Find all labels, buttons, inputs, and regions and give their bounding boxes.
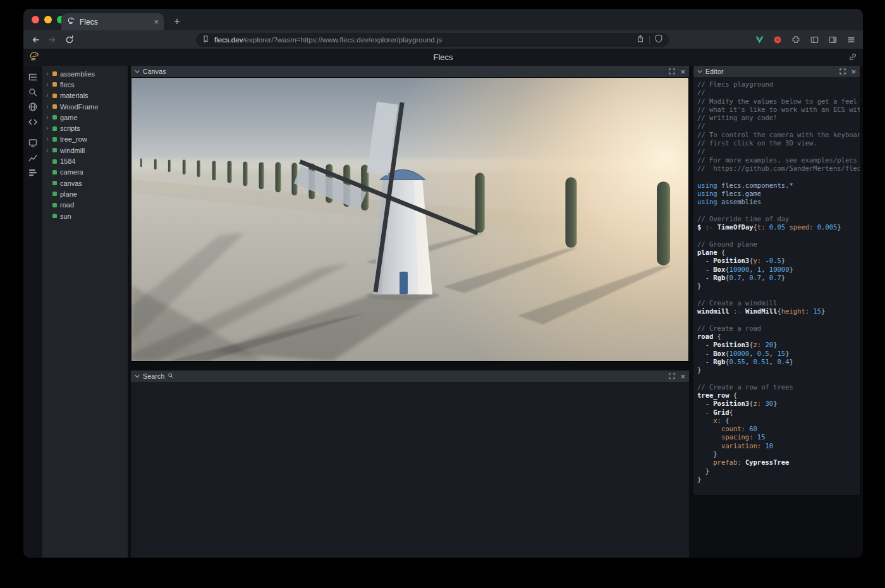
code-line: // Create a road bbox=[697, 324, 858, 333]
search-magnifier-icon bbox=[168, 372, 174, 380]
tree-item-label: tree_row bbox=[60, 135, 87, 143]
entity-square-icon bbox=[52, 181, 57, 185]
entity-square-icon bbox=[52, 126, 57, 131]
code-line: } bbox=[697, 366, 858, 374]
search-icon[interactable] bbox=[26, 85, 40, 99]
menu-icon[interactable] bbox=[846, 35, 856, 45]
code-line: // Create a windmill bbox=[697, 299, 858, 307]
tree-item-road[interactable]: road bbox=[42, 200, 128, 211]
tree-item-plane[interactable]: plane bbox=[42, 188, 128, 199]
tree-item-windmill[interactable]: ›windmill bbox=[42, 145, 128, 156]
icon-rail bbox=[23, 66, 42, 558]
fullscreen-icon[interactable] bbox=[669, 373, 675, 379]
sidebar-toggle-icon[interactable] bbox=[809, 35, 819, 45]
entity-square-icon bbox=[52, 192, 57, 196]
tree-item-sun[interactable]: sun bbox=[42, 211, 128, 221]
tree-item-materials[interactable]: ›materials bbox=[42, 90, 128, 101]
minimize-window-button[interactable] bbox=[44, 16, 52, 23]
extension-vue-icon[interactable] bbox=[754, 35, 764, 45]
code-line: // Override time of day bbox=[697, 215, 858, 223]
tree-item-canvas[interactable]: canvas bbox=[42, 178, 128, 188]
close-icon[interactable]: × bbox=[680, 68, 685, 76]
url-divider bbox=[649, 36, 650, 44]
code-line: // writing any code! bbox=[697, 114, 858, 122]
close-icon[interactable]: × bbox=[851, 68, 856, 76]
tree-item-scripts[interactable]: ›scripts bbox=[42, 123, 128, 133]
tab-strip: Flecs × + bbox=[23, 9, 863, 30]
outliner-icon[interactable] bbox=[26, 70, 40, 84]
tree-item-flecs[interactable]: ›flecs bbox=[42, 79, 128, 90]
code-line: - Rgb{0.7, 0.7, 0.7} bbox=[697, 274, 858, 282]
browser-window: Flecs × + flecs.dev/explorer/?wasm=https… bbox=[23, 9, 863, 558]
collapse-chevron-icon[interactable] bbox=[697, 70, 702, 73]
tree-item-assemblies[interactable]: ›assemblies bbox=[42, 68, 128, 79]
tree-item-label: sun bbox=[60, 212, 71, 220]
code-line: // Modify the values below to get a feel… bbox=[697, 97, 858, 106]
app-header: Flecs bbox=[23, 49, 863, 66]
close-window-button[interactable] bbox=[32, 16, 39, 23]
collapse-chevron-icon[interactable] bbox=[135, 70, 140, 73]
back-icon[interactable] bbox=[30, 34, 41, 46]
reload-icon[interactable] bbox=[64, 34, 75, 46]
expand-chevron-icon[interactable]: › bbox=[46, 82, 52, 88]
tree-item-label: scripts bbox=[60, 125, 80, 132]
tree-item-label: canvas bbox=[60, 180, 82, 187]
expand-chevron-icon[interactable]: › bbox=[46, 147, 52, 154]
editor-code[interactable]: // Flecs playground//// Modify the value… bbox=[693, 77, 860, 495]
code-line bbox=[697, 206, 858, 214]
code-line bbox=[697, 315, 858, 324]
expand-chevron-icon[interactable]: › bbox=[46, 136, 52, 142]
expand-chevron-icon[interactable]: › bbox=[46, 71, 52, 77]
collapse-chevron-icon[interactable] bbox=[135, 374, 140, 378]
share-icon[interactable] bbox=[636, 34, 645, 46]
tree-item-camera[interactable]: camera bbox=[42, 167, 128, 178]
code-icon[interactable] bbox=[26, 115, 40, 129]
new-tab-button[interactable]: + bbox=[170, 15, 184, 28]
module-square-icon bbox=[52, 94, 57, 98]
code-line: using flecs.components.* bbox=[697, 181, 858, 190]
fullscreen-icon[interactable] bbox=[839, 68, 846, 75]
expand-chevron-icon[interactable]: › bbox=[46, 104, 52, 110]
entity-square-icon bbox=[52, 137, 57, 142]
bookmark-icon[interactable] bbox=[202, 34, 210, 46]
expand-chevron-icon[interactable]: › bbox=[46, 125, 52, 132]
center-column: Canvas × bbox=[128, 66, 693, 558]
code-line: } bbox=[697, 450, 858, 458]
canvas-3d-view[interactable] bbox=[131, 77, 689, 362]
stats-icon[interactable] bbox=[26, 166, 40, 180]
canvas-frame-icon[interactable] bbox=[26, 136, 40, 150]
module-square-icon bbox=[52, 104, 57, 109]
browser-tab-flecs[interactable]: Flecs × bbox=[61, 13, 164, 30]
editor-below-fill bbox=[693, 495, 860, 558]
chart-icon[interactable] bbox=[26, 151, 40, 165]
code-line: // first click on the 3D view. bbox=[697, 139, 858, 147]
expand-chevron-icon[interactable]: › bbox=[46, 92, 52, 99]
code-line: // To control the camera with the keyboa… bbox=[697, 131, 858, 139]
code-line: tree_row { bbox=[697, 391, 858, 400]
tree-item-game[interactable]: ›game bbox=[42, 112, 128, 123]
tab-close-icon[interactable]: × bbox=[154, 18, 159, 26]
shield-icon[interactable] bbox=[654, 34, 663, 46]
reading-list-panel-icon[interactable] bbox=[827, 35, 838, 45]
entity-square-icon bbox=[52, 159, 57, 164]
expand-chevron-icon[interactable]: › bbox=[46, 114, 52, 121]
editor-panel-title: Editor bbox=[705, 68, 724, 75]
share-link-icon[interactable] bbox=[848, 52, 857, 64]
tree-item-WoodFrame[interactable]: ›WoodFrame bbox=[42, 101, 128, 112]
entity-square-icon bbox=[52, 170, 57, 175]
tree-item-label: 1584 bbox=[60, 157, 75, 165]
extensions-puzzle-icon[interactable] bbox=[791, 35, 801, 45]
tree-item-1584[interactable]: 1584 bbox=[42, 156, 128, 166]
extension-red-icon[interactable] bbox=[772, 35, 783, 45]
code-line: prefab: CypressTree bbox=[697, 458, 858, 467]
editor-column: Editor × // Flecs playground//// Modify … bbox=[693, 66, 860, 558]
close-icon[interactable]: × bbox=[680, 372, 685, 381]
forward-icon[interactable] bbox=[47, 34, 58, 46]
tree-item-tree_row[interactable]: ›tree_row bbox=[42, 134, 128, 145]
url-bar[interactable]: flecs.dev/explorer/?wasm=https://www.fle… bbox=[196, 33, 669, 47]
world-icon[interactable] bbox=[26, 100, 40, 114]
code-line: - Rgb{0.55, 0.51, 0.4} bbox=[697, 358, 858, 366]
app-body: ›assemblies›flecs›materials›WoodFrame›ga… bbox=[23, 66, 863, 558]
code-line: // https://github.com/SanderMertens/flec… bbox=[697, 164, 858, 173]
fullscreen-icon[interactable] bbox=[669, 68, 675, 75]
